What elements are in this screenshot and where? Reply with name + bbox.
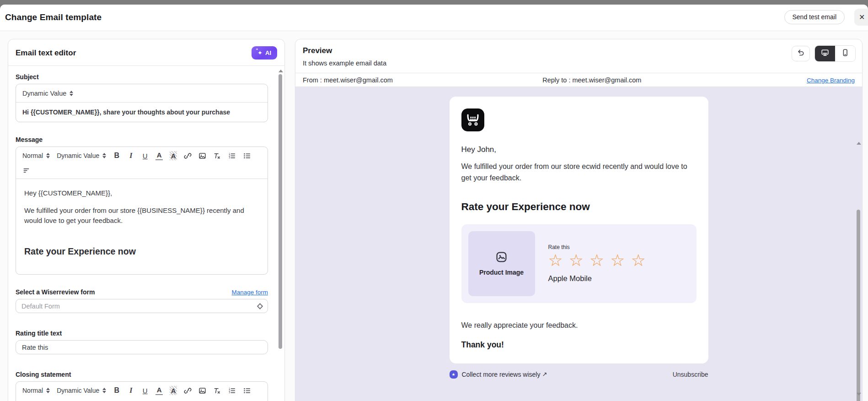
paragraph-style-select[interactable]: Normal [22,387,50,394]
sort-arrows-icon [46,153,50,158]
scrollbar-thumb[interactable] [857,210,860,401]
clear-format-icon[interactable] [213,151,221,160]
mobile-icon [841,49,849,59]
clear-format-icon[interactable] [213,386,221,395]
change-branding-link[interactable]: Change Branding [807,77,855,84]
closing-statement-label: Closing statement [16,371,268,378]
image-icon[interactable] [198,151,206,160]
closing-toolbar: NormalDynamic ValueBIUAA123 [16,382,268,401]
subject-label: Subject [16,73,268,81]
preview-panel: Preview It shows example email data From… [295,39,863,401]
dynamic-value-label: Dynamic Value [22,90,66,97]
email-greeting: Hey John, [461,145,697,154]
product-name: Apple Mobile [548,274,646,283]
scrollbar-thumb[interactable] [279,74,282,349]
italic-icon[interactable]: I [127,386,134,395]
email-footer: Collect more reviews wisely Unsubscribe [450,370,708,379]
product-rating-card: Product Image Rate this ☆☆☆☆☆ Apple Mobi… [461,224,697,303]
preview-scrollbar[interactable] [856,141,861,401]
paragraph-style-select[interactable]: Normal [22,152,50,159]
star-outline-icon: ☆ [610,251,625,270]
align-left-icon[interactable] [22,166,30,175]
subject-box: Dynamic Value [16,84,268,122]
star-outline-icon: ☆ [631,251,646,270]
undo-icon [797,49,805,59]
email-meta-row: From : meet.wiser@gmail.com Reply to : m… [295,73,862,87]
device-toggle [814,45,856,62]
sort-arrows-icon [102,388,106,393]
message-paragraph: Hey {{CUSTOMER_NAME}}, [24,188,259,199]
bullet-list-icon[interactable] [243,151,251,160]
bold-icon[interactable]: B [113,151,120,160]
rating-title-label: Rating title text [16,330,268,337]
product-image-placeholder: Product Image [468,231,535,296]
scroll-up-icon[interactable] [279,70,283,72]
underline-icon[interactable]: U [141,151,149,160]
text-color-icon[interactable]: A [155,151,163,160]
highlight-icon[interactable]: A [170,386,177,395]
appreciation-text: We really appreciate your feedback. [461,321,697,330]
desktop-icon [820,49,830,59]
dynamic-value-select[interactable]: Dynamic Value [57,387,106,394]
underline-icon[interactable]: U [141,386,149,395]
ordered-list-icon[interactable]: 123 [228,151,236,160]
highlight-icon[interactable]: A [170,151,177,160]
rating-title-input[interactable] [16,340,268,354]
screen: Change Email template Send test email Em… [0,0,868,401]
editor-scroll-area: Subject Dynamic Value Message NormalDyna… [8,66,284,401]
subject-input[interactable] [16,103,268,122]
scroll-up-icon[interactable] [857,142,861,145]
promo-link: Collect more reviews wisely [462,371,541,378]
star-outline-icon: ☆ [569,251,584,270]
thank-you-text: Thank you! [461,340,697,350]
form-select-label: Select a Wiserreview form [16,288,95,296]
modal-header: Change Email template Send test email [0,5,868,31]
undo-button[interactable] [792,46,810,61]
text-color-icon[interactable]: A [155,386,163,395]
reply-to-address: Reply to : meet.wiser@gmail.com [504,76,680,84]
message-content[interactable]: Hey {{CUSTOMER_NAME}}, We fulfilled your… [16,179,268,274]
manage-form-link[interactable]: Manage form [231,289,268,296]
message-label: Message [16,136,268,143]
ai-button[interactable]: AI [252,46,277,60]
product-image-label: Product Image [479,269,524,276]
scroll-down-icon[interactable] [857,393,861,396]
form-select-value: Default Form [21,303,60,310]
star-outline-icon: ☆ [548,251,563,270]
ai-button-label: AI [265,49,271,56]
desktop-view-button[interactable] [815,46,835,61]
editor-header: Email text editor AI [8,39,284,65]
wiserreview-star-icon [450,370,458,379]
sort-arrows-icon [46,388,50,393]
from-address: From : meet.wiser@gmail.com [303,76,504,84]
link-icon[interactable] [184,386,192,395]
svg-text:3: 3 [229,391,230,394]
ordered-list-icon[interactable]: 123 [228,386,236,395]
preview-subtitle: It shows example email data [303,60,855,67]
star-outline-icon: ☆ [589,251,604,270]
link-icon[interactable] [184,151,192,160]
image-icon[interactable] [198,386,206,395]
email-text-editor-panel: Email text editor AI Subject Dynamic Val… [8,39,285,401]
send-test-email-button[interactable]: Send test email [784,10,845,24]
close-icon[interactable] [854,9,868,26]
sort-arrows-icon [102,153,106,158]
chevron-updown-icon [257,303,262,309]
photo-icon [495,251,508,265]
editor-scrollbar[interactable] [278,69,283,401]
italic-icon[interactable]: I [127,151,134,160]
form-select[interactable]: Default Form [16,299,268,313]
rate-this-label: Rate this [548,244,646,250]
message-paragraph: We fulfilled your order from our store {… [24,206,259,226]
store-logo-cart-icon [461,108,484,131]
email-body-text: We fulfilled your order from our store e… [461,161,691,184]
bullet-list-icon[interactable] [243,386,251,395]
dynamic-value-select[interactable]: Dynamic Value [57,152,106,159]
preview-title: Preview [303,46,855,55]
preview-body: Hey John, We fulfilled your order from o… [295,87,862,401]
message-toolbar: NormalDynamic ValueBIUAA123 [16,147,268,179]
email-preview-card: Hey John, We fulfilled your order from o… [450,97,708,363]
subject-dynamic-value-select[interactable]: Dynamic Value [16,84,268,103]
mobile-view-button[interactable] [835,46,855,61]
bold-icon[interactable]: B [113,386,120,395]
